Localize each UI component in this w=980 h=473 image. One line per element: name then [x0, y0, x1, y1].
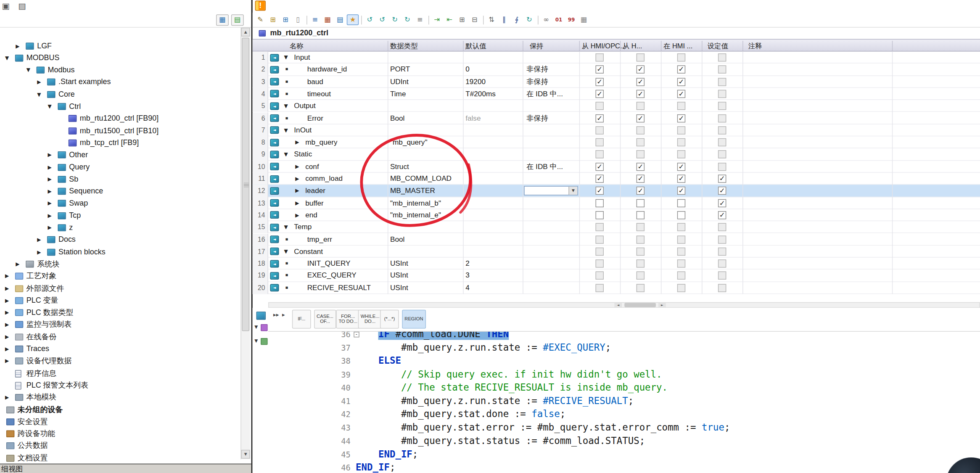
- code-line[interactable]: 42 #mb_query.stat.done := false;: [268, 408, 980, 421]
- accessibility-checkbox[interactable]: [718, 259, 726, 267]
- accessibility-checkbox[interactable]: [677, 235, 685, 243]
- table-row[interactable]: 12◄▶leaderMB_MASTER▼✓✓✓✓: [253, 185, 980, 197]
- table-row[interactable]: 2◄▪hardware_idPORT0非保持✓✓✓: [253, 63, 980, 76]
- chevron-right-icon[interactable]: ▶: [5, 307, 9, 319]
- chevron-right-icon[interactable]: ▶: [295, 136, 299, 148]
- snippet-while-button[interactable]: WHILE... DO...: [358, 310, 382, 329]
- tree-item[interactable]: 未分组的设备: [0, 404, 240, 416]
- chevron-right-icon[interactable]: ▶: [37, 246, 41, 258]
- column-header[interactable]: 从 HMI/OPC..: [582, 42, 624, 51]
- data-type-cell[interactable]: MB_MASTER: [390, 185, 462, 196]
- absolute-operands-icon[interactable]: [261, 324, 267, 331]
- accessibility-checkbox[interactable]: [596, 223, 604, 231]
- import-table-icon[interactable]: ▦: [322, 14, 333, 25]
- chevron-right-icon[interactable]: ▶: [5, 391, 9, 404]
- table-row[interactable]: 13◄▶buffer"mb_internal_b"✓: [253, 197, 980, 209]
- tree-item[interactable]: ▶本地模块: [0, 391, 240, 404]
- code-line[interactable]: 38 ELSE: [268, 354, 980, 368]
- accessibility-checkbox[interactable]: [677, 259, 685, 267]
- column-header[interactable]: 数据类型: [390, 42, 418, 51]
- accessibility-checkbox[interactable]: ✓: [677, 66, 685, 74]
- accessibility-checkbox[interactable]: [677, 223, 685, 231]
- retain-combobox[interactable]: ▼: [524, 186, 578, 196]
- accessibility-checkbox[interactable]: [596, 211, 604, 219]
- tree-item[interactable]: PLC 报警文本列表: [0, 379, 240, 391]
- data-type-cell[interactable]: Bool: [390, 112, 462, 124]
- retain-cell[interactable]: 非保持: [526, 112, 579, 124]
- edit-icon[interactable]: ✎: [254, 14, 266, 25]
- accessibility-checkbox[interactable]: ✓: [718, 187, 726, 195]
- tree-item[interactable]: 程序信息: [0, 367, 240, 380]
- accessibility-checkbox[interactable]: [718, 272, 726, 280]
- tree-item[interactable]: ▶PLC 数据类型: [0, 307, 240, 319]
- copy-snapshots-to-start-icon[interactable]: ⇥: [431, 14, 443, 25]
- accessibility-checkbox[interactable]: [718, 247, 726, 255]
- accessibility-checkbox[interactable]: [637, 223, 645, 231]
- accessibility-checkbox[interactable]: [677, 199, 685, 207]
- accessibility-checkbox[interactable]: [637, 151, 645, 159]
- accessibility-checkbox[interactable]: [677, 53, 685, 61]
- table-row[interactable]: 8◄▶mb_query"mb_query": [253, 136, 980, 148]
- chevron-down-icon[interactable]: ▼: [48, 100, 52, 113]
- accessibility-checkbox[interactable]: [596, 284, 604, 292]
- tree-item[interactable]: ▶Tcp: [0, 210, 240, 222]
- accessibility-checkbox[interactable]: ✓: [718, 174, 726, 182]
- retain-cell[interactable]: 非保持: [526, 76, 579, 87]
- accessibility-checkbox[interactable]: [718, 235, 726, 243]
- tree-scrollbar[interactable]: ▲ ▼: [240, 28, 250, 460]
- column-header[interactable]: 注释: [748, 42, 762, 51]
- chevron-right-icon[interactable]: ▶: [37, 234, 41, 246]
- table-row[interactable]: 10◄▶confStruct在 IDB 中...✓✓✓: [253, 161, 980, 173]
- accessibility-checkbox[interactable]: [718, 114, 726, 122]
- tree-item[interactable]: ▶LGF: [0, 40, 240, 52]
- scroll-left-icon[interactable]: ◄: [614, 303, 622, 307]
- accessibility-checkbox[interactable]: [718, 66, 726, 74]
- chevron-right-icon[interactable]: ▶: [295, 161, 299, 173]
- sort-icon[interactable]: ⇅: [486, 14, 497, 25]
- retain-cell[interactable]: 在 IDB 中...: [526, 161, 579, 172]
- refresh-icon[interactable]: ↻: [523, 14, 535, 25]
- data-type-cell[interactable]: Bool: [390, 233, 462, 245]
- maximize-view-icon[interactable]: ▦: [216, 14, 229, 26]
- snippet-for-button[interactable]: FOR... TO DO...: [336, 310, 360, 329]
- accessibility-checkbox[interactable]: [637, 102, 645, 110]
- default-value-cell[interactable]: 3: [465, 270, 523, 281]
- accessibility-checkbox[interactable]: [596, 126, 604, 134]
- copy-snapshot-icon[interactable]: ↻: [402, 14, 413, 25]
- code-line[interactable]: 39 // Skip query exec. if init hw didn't…: [268, 368, 980, 381]
- accessibility-checkbox[interactable]: [718, 284, 726, 292]
- accessibility-checkbox[interactable]: [637, 247, 645, 255]
- expand-snippets-icon[interactable]: ▸▸: [273, 312, 279, 318]
- chevron-down-icon[interactable]: ▼: [284, 100, 288, 112]
- code-line[interactable]: 45 END_IF;: [268, 448, 980, 461]
- add-row-icon[interactable]: ⊞: [280, 14, 291, 25]
- scroll-up-icon[interactable]: ▲: [241, 28, 250, 37]
- code-line[interactable]: 41 #mb_query.z.run.state := #RECIVE_RESU…: [268, 394, 980, 408]
- column-header[interactable]: 在 HMI ...: [663, 42, 692, 51]
- tree-item[interactable]: mb_rtu1500_ctrl [FB10]: [0, 125, 240, 137]
- chevron-right-icon[interactable]: ▶: [16, 40, 19, 52]
- tree-item[interactable]: mb_rtu1200_ctrl [FB90]: [0, 113, 240, 125]
- snippet-case-button[interactable]: CASE... OF...: [314, 310, 336, 329]
- chevron-right-icon[interactable]: ▶: [5, 283, 9, 295]
- tree-item[interactable]: ▶Sequence: [0, 185, 240, 198]
- chevron-right-icon[interactable]: ▶: [5, 294, 9, 307]
- symbolic-operands-icon[interactable]: [261, 338, 267, 345]
- tree-item[interactable]: ▶Traces: [0, 343, 240, 355]
- accessibility-checkbox[interactable]: ✓: [596, 163, 604, 171]
- table-row[interactable]: 5◄▼Output: [253, 100, 980, 112]
- accessibility-checkbox[interactable]: ✓: [596, 90, 604, 98]
- code-line[interactable]: 40 // The state RECIVE_RESUALT is inside…: [268, 381, 980, 395]
- scl-code-editor[interactable]: 36- IF #comm_load.DONE THEN37 #mb_query.…: [268, 332, 980, 473]
- table-row[interactable]: 16◄▪tmp_errBool: [253, 233, 980, 246]
- chevron-right-icon[interactable]: ▶: [295, 197, 299, 209]
- data-type-cell[interactable]: UDInt: [390, 76, 462, 87]
- accessibility-checkbox[interactable]: [596, 272, 604, 280]
- accessibility-checkbox[interactable]: [677, 138, 685, 146]
- chevron-right-icon[interactable]: ▶: [295, 209, 299, 221]
- accessibility-checkbox[interactable]: [596, 259, 604, 267]
- scroll-down-icon[interactable]: ▼: [241, 450, 250, 459]
- app-icon[interactable]: ▣: [2, 1, 9, 11]
- accessibility-checkbox[interactable]: ✓: [637, 174, 645, 182]
- tree-item[interactable]: ▶Query: [0, 161, 240, 173]
